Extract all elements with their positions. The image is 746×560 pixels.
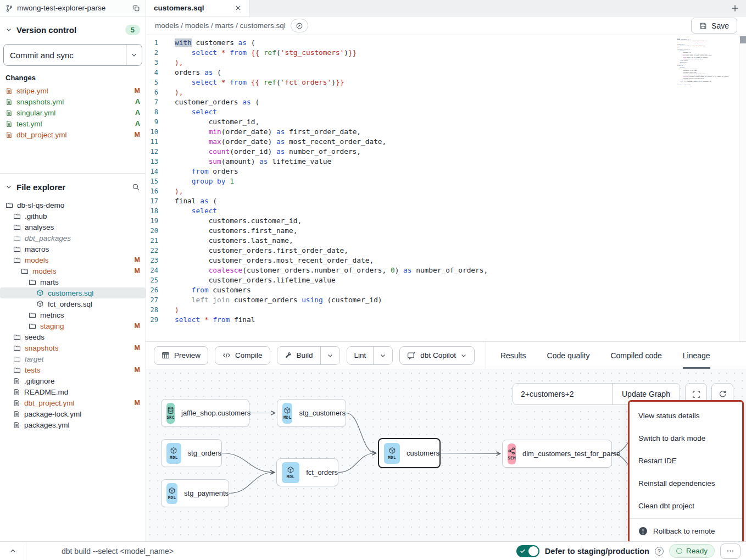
tree-item-customers-sql[interactable]: customers.sql: [0, 287, 146, 298]
change-row[interactable]: dbt_project.ymlM: [0, 129, 146, 140]
build-options-button[interactable]: [320, 347, 339, 364]
lineage-node-customers[interactable]: MDLcustomers: [378, 438, 441, 468]
tab-code-quality[interactable]: Code quality: [547, 342, 590, 369]
code-editor[interactable]: 1with customers as (2 select * from {{ r…: [146, 35, 746, 342]
tab-customers-sql[interactable]: customers.sql: [146, 0, 250, 16]
menu-item-switch-to-dark-mode[interactable]: Switch to dark mode: [630, 427, 742, 450]
tree-item-seeds[interactable]: seeds: [0, 331, 146, 342]
tree-item-label: macros: [25, 245, 140, 253]
save-button[interactable]: Save: [691, 18, 737, 34]
folder-icon: [29, 322, 36, 330]
more-options-button[interactable]: [720, 544, 741, 559]
tree-item-models[interactable]: modelsM: [0, 254, 146, 265]
version-control-header[interactable]: Version control 5: [0, 22, 146, 37]
command-input[interactable]: [62, 547, 298, 556]
tree-item-macros[interactable]: macros: [0, 243, 146, 254]
lineage-node-stg-customers[interactable]: MDLstg_customers: [277, 399, 346, 427]
tab-lineage[interactable]: Lineage: [683, 342, 710, 369]
sidebar: mwong-test-explorer-parse Version contro…: [0, 0, 146, 541]
lineage-node-stg-payments[interactable]: MDLstg_payments: [161, 479, 229, 507]
tree-item-readme-md[interactable]: README.md: [0, 386, 146, 397]
breadcrumb-row: models / models / marts / customers.sql …: [146, 16, 746, 35]
branch-selector[interactable]: mwong-test-explorer-parse: [0, 0, 146, 16]
search-icon[interactable]: [132, 183, 140, 191]
help-icon[interactable]: ?: [655, 547, 664, 556]
code-line: 29select * from final: [146, 315, 746, 325]
line-number: 21: [146, 236, 165, 246]
change-row[interactable]: snapshots.ymlA: [0, 96, 146, 107]
line-number: 1: [146, 38, 165, 48]
folder-icon: [13, 223, 21, 231]
tree-item-staging[interactable]: stagingM: [0, 320, 146, 331]
build-button[interactable]: Build: [277, 347, 320, 364]
defer-toggle[interactable]: [516, 545, 539, 557]
dbt-copilot-button[interactable]: dbt Copilot: [399, 346, 475, 365]
node-label: stg_payments: [184, 489, 229, 497]
model-badge: MDL: [166, 443, 181, 464]
preview-button[interactable]: Preview: [154, 346, 208, 365]
tree-item-metrics[interactable]: metrics: [0, 309, 146, 320]
explore-lineage-button[interactable]: [291, 19, 308, 32]
scrollbar-thumb[interactable]: [740, 36, 746, 43]
file-explorer-header[interactable]: File explorer: [0, 179, 146, 195]
tree-item--github[interactable]: .github: [0, 210, 146, 221]
lineage-node-stg-orders[interactable]: MDLstg_orders: [161, 439, 222, 467]
lint-options-button[interactable]: [373, 347, 392, 364]
menu-item-clean-dbt-project[interactable]: Clean dbt project: [630, 495, 742, 517]
tab-compiled-code[interactable]: Compiled code: [610, 342, 661, 369]
code-line: 13 sum(amount) as lifetime_value: [146, 157, 746, 167]
file-icon: [5, 109, 13, 117]
line-number: 4: [146, 68, 165, 77]
change-row[interactable]: stripe.ymlM: [0, 85, 146, 96]
tree-item-dbt-project-yml[interactable]: dbt_project.ymlM: [0, 397, 146, 408]
tree-item--gitignore[interactable]: .gitignore: [0, 375, 146, 386]
file-icon: [5, 98, 13, 106]
badge-label: MDL: [283, 415, 291, 420]
code-line: 2 select * from {{ ref('stg_customers')}…: [146, 48, 746, 58]
tree-item-models[interactable]: modelsM: [0, 265, 146, 276]
menu-item-reinstall-dependencies[interactable]: Reinstall dependencies: [630, 472, 742, 495]
result-panel-tabs: ResultsCode qualityCompiled codeLineage: [500, 342, 710, 369]
change-row[interactable]: singular.ymlA: [0, 107, 146, 118]
minimap[interactable]: 1with customers as (2 select * from {{ r…: [676, 38, 730, 91]
tree-item-snapshots[interactable]: snapshotsM: [0, 342, 146, 353]
close-icon[interactable]: [235, 4, 242, 12]
editor-scrollbar[interactable]: [739, 35, 746, 341]
lineage-node-dim-customers-test-for-parse[interactable]: SEMdim_customers_test_for_parse: [502, 440, 612, 468]
copy-icon[interactable]: [132, 4, 140, 12]
tree-item-fct-orders-sql[interactable]: fct_orders.sql: [0, 298, 146, 309]
tree-item-db-sl-qs-demo[interactable]: db-sl-qs-demo: [0, 199, 146, 210]
menu-item-restart-ide[interactable]: Restart IDE: [630, 450, 742, 472]
new-tab-button[interactable]: [724, 0, 746, 16]
lineage-node-jaffle-shop-customers[interactable]: SRCjaffle_shop.customers: [161, 399, 249, 427]
version-control-section: Version control 5 Commit and sync Change…: [0, 16, 146, 140]
menu-item-view-status-details[interactable]: View status details: [630, 404, 742, 427]
tree-item-analyses[interactable]: analyses: [0, 221, 146, 232]
lint-button[interactable]: Lint: [347, 347, 374, 364]
lineage-node-fct-orders[interactable]: MDLfct_orders: [276, 458, 338, 486]
code-line: 14 from orders: [146, 167, 746, 176]
tree-item-target[interactable]: target: [0, 353, 146, 364]
change-row[interactable]: test.ymlA: [0, 118, 146, 129]
tree-item-packages-yml[interactable]: packages.yml: [0, 419, 146, 430]
compile-button[interactable]: Compile: [215, 346, 270, 365]
line-number: 25: [146, 275, 165, 285]
code-line: 17final as (: [146, 196, 746, 206]
tab-results[interactable]: Results: [500, 342, 526, 369]
line-number: 23: [146, 256, 165, 265]
tree-item-label: fct_orders.sql: [48, 300, 140, 308]
lineage-selector-input[interactable]: [513, 384, 612, 404]
expand-command-bar-button[interactable]: [0, 542, 26, 560]
commit-options-button[interactable]: [126, 45, 142, 65]
menu-item-rollback-to-remote[interactable]: Rollback to remote: [630, 520, 742, 541]
toolbar-divider: [486, 342, 486, 369]
tree-item-tests[interactable]: testsM: [0, 364, 146, 375]
model-badge: MDL: [282, 403, 292, 424]
file-icon: [13, 411, 20, 418]
line-number: 15: [146, 176, 165, 186]
badge-label: SRC: [166, 415, 174, 420]
tree-item-dbt-packages[interactable]: dbt_packages: [0, 232, 146, 243]
commit-and-sync-button[interactable]: Commit and sync: [4, 45, 126, 65]
tree-item-package-lock-yml[interactable]: package-lock.yml: [0, 408, 146, 419]
tree-item-marts[interactable]: marts: [0, 276, 146, 287]
